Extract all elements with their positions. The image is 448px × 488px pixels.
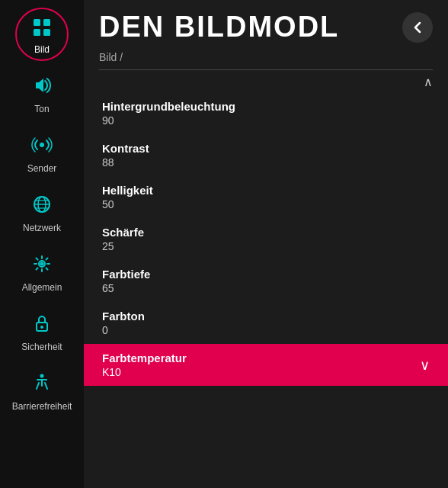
chevron-up-icon[interactable]: ∧ — [424, 75, 433, 89]
setting-label: Helligkeit — [102, 184, 430, 197]
setting-schaerfe[interactable]: Schärfe 25 — [84, 218, 448, 260]
grid-icon — [27, 14, 57, 41]
setting-kontrast[interactable]: Kontrast 88 — [84, 134, 448, 176]
sidebar-item-allgemein-label: Allgemein — [22, 282, 62, 293]
globe-icon — [27, 189, 57, 220]
lock-icon — [27, 308, 57, 339]
sidebar-item-sender[interactable]: Sender — [11, 124, 72, 180]
setting-label: Farbtiefe — [102, 268, 430, 281]
setting-value: 50 — [102, 198, 430, 210]
highlighted-content: Farbtemperatur K10 — [102, 352, 187, 378]
page-title: DEN BILDMODL — [99, 11, 339, 43]
setting-value: 90 — [102, 114, 430, 127]
setting-label: Kontrast — [102, 142, 430, 155]
sidebar-item-netzwerk-label: Netzwerk — [23, 223, 61, 233]
setting-farbtemperatur[interactable]: Farbtemperatur K10 ∨ — [84, 344, 448, 386]
sidebar-item-bild-label: Bild — [34, 44, 50, 55]
accessibility-icon — [27, 368, 57, 398]
setting-farbton[interactable]: Farbton 0 — [84, 302, 448, 344]
svg-point-4 — [40, 143, 44, 147]
setting-label: Schärfe — [102, 226, 430, 239]
setting-farbtiefe[interactable]: Farbtiefe 65 — [84, 260, 448, 302]
setting-hintergrundbeleuchtung[interactable]: Hintergrundbeleuchtung 90 — [84, 92, 448, 134]
speaker-icon — [27, 70, 57, 101]
sidebar-item-barrierefreiheit[interactable]: Barrierefreiheit — [11, 361, 72, 418]
setting-value: 65 — [102, 282, 430, 294]
collapse-row: ∧ — [84, 73, 448, 92]
svg-rect-1 — [43, 19, 50, 26]
sidebar-item-sicherheit[interactable]: Sicherheit — [11, 302, 72, 358]
settings-list: Hintergrundbeleuchtung 90 Kontrast 88 He… — [84, 92, 448, 488]
sidebar-item-bild[interactable]: Bild — [15, 8, 69, 61]
antenna-icon — [27, 130, 57, 160]
setting-label: Hintergrundbeleuchtung — [102, 100, 430, 113]
divider — [99, 69, 433, 70]
setting-value: 88 — [102, 156, 430, 169]
header: DEN BILDMODL — [84, 0, 448, 48]
sidebar-item-netzwerk[interactable]: Netzwerk — [11, 183, 72, 239]
svg-point-14 — [40, 374, 44, 378]
setting-label: Farbtemperatur — [102, 352, 187, 364]
sidebar-item-ton[interactable]: Ton — [11, 64, 72, 120]
svg-rect-0 — [34, 19, 40, 26]
highlighted-row: Farbtemperatur K10 ∨ — [102, 352, 430, 378]
main-panel: DEN BILDMODL Bild / ∧ Hintergrundbeleuch… — [84, 0, 448, 488]
breadcrumb: Bild / — [84, 48, 448, 69]
sidebar-item-ton-label: Ton — [34, 104, 49, 114]
setting-label: Farbton — [102, 310, 430, 323]
setting-value: 0 — [102, 324, 430, 336]
setting-helligkeit[interactable]: Helligkeit 50 — [84, 176, 448, 218]
sidebar-item-sicherheit-label: Sicherheit — [21, 342, 62, 352]
svg-rect-2 — [34, 29, 40, 36]
sidebar-item-allgemein[interactable]: Allgemein — [11, 242, 72, 299]
svg-rect-3 — [43, 29, 50, 36]
setting-value: 25 — [102, 240, 430, 252]
svg-point-11 — [40, 262, 44, 266]
chevron-down-icon: ∨ — [420, 357, 430, 374]
sidebar: Bild Ton Sender — [0, 0, 84, 488]
back-button[interactable] — [402, 12, 433, 43]
svg-point-13 — [40, 326, 43, 329]
sidebar-item-barrierefreiheit-label: Barrierefreiheit — [12, 401, 72, 412]
gear-icon — [27, 249, 57, 279]
setting-value: K10 — [102, 366, 187, 378]
sidebar-item-sender-label: Sender — [27, 163, 57, 174]
